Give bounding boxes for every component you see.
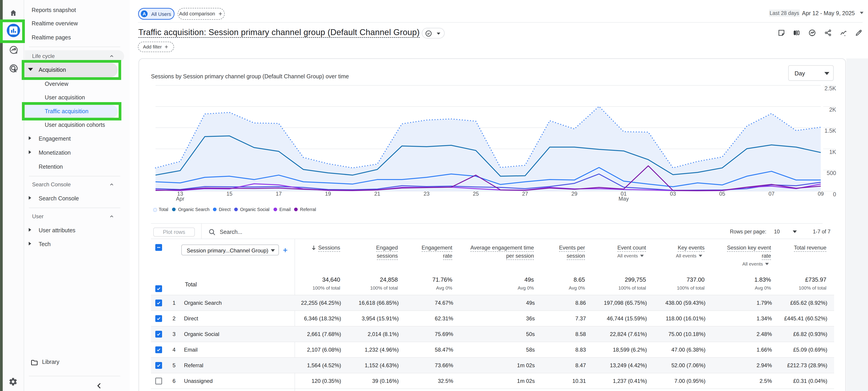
svg-text:0: 0 bbox=[833, 191, 836, 197]
svg-text:19: 19 bbox=[325, 191, 331, 197]
svg-text:15: 15 bbox=[226, 191, 232, 197]
svg-text:1K: 1K bbox=[829, 149, 836, 155]
svg-text:23: 23 bbox=[424, 191, 430, 197]
svg-text:1.5K: 1.5K bbox=[825, 128, 836, 134]
svg-text:25: 25 bbox=[473, 191, 479, 197]
svg-text:05: 05 bbox=[719, 191, 725, 197]
svg-text:500: 500 bbox=[827, 170, 836, 176]
svg-text:07: 07 bbox=[769, 191, 775, 197]
svg-text:May: May bbox=[618, 196, 629, 202]
svg-text:2K: 2K bbox=[829, 106, 836, 113]
svg-text:09: 09 bbox=[818, 191, 824, 197]
svg-text:17: 17 bbox=[276, 191, 282, 197]
svg-text:21: 21 bbox=[374, 191, 380, 197]
svg-text:27: 27 bbox=[522, 191, 528, 197]
svg-text:03: 03 bbox=[670, 191, 676, 197]
svg-text:Apr: Apr bbox=[176, 196, 184, 202]
svg-text:29: 29 bbox=[571, 191, 578, 197]
svg-text:2.5K: 2.5K bbox=[825, 85, 836, 91]
